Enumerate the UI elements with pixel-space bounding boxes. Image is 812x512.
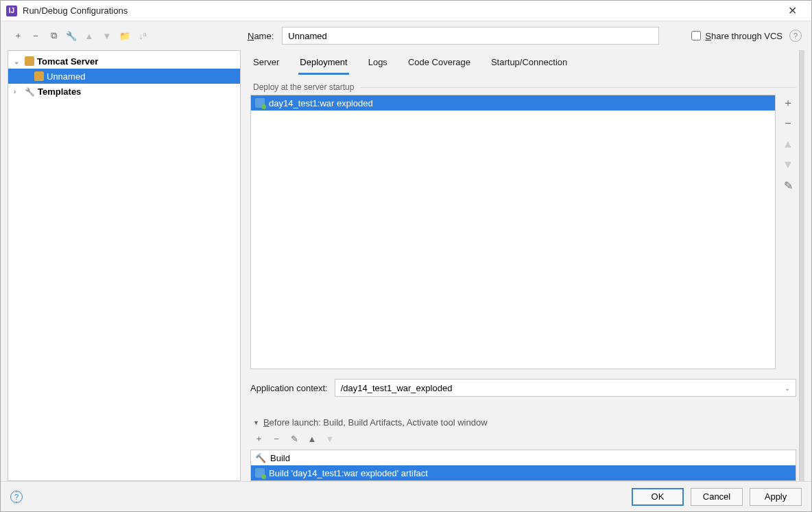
- add-icon[interactable]: ＋: [12, 30, 24, 42]
- tomcat-icon: [34, 71, 44, 81]
- tab-startup-connection[interactable]: Startup/Connection: [490, 53, 569, 75]
- deploy-list[interactable]: day14_test1:war exploded: [250, 95, 776, 369]
- deploy-side-toolbar: ＋ − ▲ ▼ ✎: [780, 95, 796, 369]
- tree-label: Unnamed: [47, 71, 85, 82]
- tab-deployment[interactable]: Deployment: [298, 53, 348, 75]
- deploy-item[interactable]: day14_test1:war exploded: [251, 95, 775, 110]
- tab-logs[interactable]: Logs: [367, 53, 389, 75]
- close-icon[interactable]: ✕: [778, 4, 806, 17]
- up-icon[interactable]: ▲: [781, 137, 795, 151]
- share-checkbox[interactable]: Share through VCS: [691, 31, 783, 41]
- hammer-icon: 🔨: [255, 453, 266, 463]
- tree-label: Tomcat Server: [37, 56, 98, 67]
- down-icon[interactable]: ▼: [324, 433, 335, 444]
- before-item-label: Build: [270, 453, 290, 463]
- wrench-icon[interactable]: 🔧: [65, 30, 77, 42]
- remove-icon[interactable]: −: [271, 433, 282, 444]
- app-context-combo[interactable]: /day14_test1_war_exploded ⌄: [335, 379, 796, 397]
- name-input[interactable]: [282, 27, 659, 45]
- help-vcs-icon[interactable]: ?: [789, 30, 802, 42]
- before-item-label: Build 'day14_test1:war exploded' artifac…: [269, 468, 428, 478]
- add-icon[interactable]: ＋: [253, 433, 264, 444]
- chevron-down-icon: ⌄: [14, 58, 22, 65]
- tomcat-icon: [25, 56, 34, 66]
- folder-icon[interactable]: 📁: [119, 30, 131, 42]
- name-label: Name:: [248, 31, 274, 41]
- scrollbar[interactable]: [799, 50, 804, 481]
- apply-button[interactable]: Apply: [750, 488, 802, 506]
- window-title: Run/Debug Configurations: [23, 5, 778, 16]
- artifact-icon: [255, 98, 265, 108]
- tree-templates[interactable]: › Templates: [8, 84, 240, 99]
- artifact-icon: [255, 468, 265, 478]
- ok-button[interactable]: OK: [632, 488, 684, 506]
- share-checkbox-input[interactable]: [691, 31, 701, 40]
- down-icon[interactable]: ▼: [781, 158, 795, 172]
- help-icon[interactable]: ?: [10, 491, 23, 503]
- edit-icon[interactable]: ✎: [289, 433, 300, 444]
- before-item-build[interactable]: 🔨 Build: [251, 450, 796, 465]
- copy-icon[interactable]: ⧉: [47, 30, 60, 42]
- titlebar: IJ Run/Debug Configurations ✕: [1, 1, 811, 21]
- edit-icon[interactable]: ✎: [781, 178, 795, 192]
- chevron-right-icon: ›: [14, 88, 22, 95]
- before-launch-list[interactable]: 🔨 Build Build 'day14_test1:war exploded'…: [250, 450, 796, 481]
- up-icon[interactable]: ▲: [307, 433, 318, 444]
- cancel-button[interactable]: Cancel: [691, 488, 743, 506]
- app-icon: IJ: [6, 5, 17, 16]
- deploy-item-label: day14_test1:war exploded: [269, 98, 373, 108]
- config-tree: ⌄ Tomcat Server Unnamed › Templates: [8, 50, 241, 481]
- tree-tomcat-server[interactable]: ⌄ Tomcat Server: [8, 54, 240, 69]
- before-launch-toolbar: ＋ − ✎ ▲ ▼: [250, 428, 796, 450]
- tree-item-unnamed[interactable]: Unnamed: [8, 69, 240, 84]
- wrench-icon: [25, 86, 35, 97]
- down-icon[interactable]: ▼: [101, 30, 113, 42]
- tab-code-coverage[interactable]: Code Coverage: [407, 53, 472, 75]
- tab-server[interactable]: Server: [252, 53, 280, 75]
- tabs: Server Deployment Logs Code Coverage Sta…: [248, 50, 799, 75]
- sort-icon[interactable]: ↓ª: [136, 30, 149, 42]
- before-item-artifact[interactable]: Build 'day14_test1:war exploded' artifac…: [251, 465, 796, 480]
- tree-label: Templates: [38, 86, 81, 97]
- app-context-label: Application context:: [250, 383, 328, 393]
- deploy-section-label: Deploy at the server startup: [250, 82, 796, 92]
- up-icon[interactable]: ▲: [83, 30, 95, 42]
- remove-icon[interactable]: −: [781, 117, 795, 130]
- chevron-down-icon: ⌄: [785, 384, 790, 392]
- before-launch-header[interactable]: ▼ Before launch: Build, Build Artifacts,…: [250, 417, 796, 428]
- config-toolbar: ＋ − ⧉ 🔧 ▲ ▼ 📁 ↓ª: [8, 30, 241, 42]
- remove-icon[interactable]: −: [29, 30, 42, 42]
- triangle-down-icon: ▼: [253, 419, 259, 426]
- app-context-value: /day14_test1_war_exploded: [341, 383, 453, 393]
- add-icon[interactable]: ＋: [781, 96, 795, 110]
